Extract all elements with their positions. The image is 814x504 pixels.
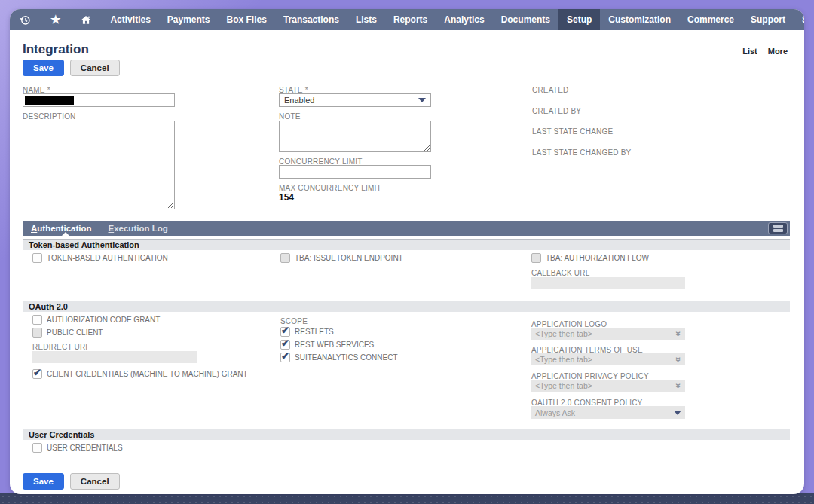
nav-item-lists[interactable]: Lists — [347, 9, 385, 30]
double-chevron-icon: » — [674, 331, 684, 337]
home-icon[interactable] — [70, 9, 102, 30]
checkbox-label: RESTLETS — [295, 328, 334, 336]
user-credentials-checkbox-row[interactable]: USER CREDENTIALS — [32, 443, 123, 453]
checkbox-label: AUTHORIZATION CODE GRANT — [47, 316, 160, 324]
scope-suiteanalytics-connect-checkbox[interactable] — [280, 353, 290, 362]
scope-restlets-checkbox-row[interactable]: RESTLETS — [280, 327, 334, 337]
desktop-bottom-strip — [0, 493, 814, 504]
tab-execution-log[interactable]: Execution Log — [100, 221, 176, 236]
nav-item-activities[interactable]: Activities — [102, 9, 158, 30]
checkbox-label: CLIENT CREDENTIALS (MACHINE TO MACHINE) … — [47, 370, 248, 378]
cancel-button[interactable]: Cancel — [70, 60, 120, 76]
created-label: CREATED — [532, 86, 568, 94]
consent-policy-value: Always Ask — [535, 408, 575, 417]
max-concurrency-limit-label: MAX CONCURRENCY LIMIT — [279, 184, 381, 192]
description-textarea[interactable] — [23, 121, 175, 209]
max-concurrency-limit-value: 154 — [279, 192, 294, 203]
note-label: NOTE — [279, 112, 301, 121]
nav-item-suitesocial[interactable]: SuiteSocial — [794, 9, 804, 30]
redirect-uri-input — [32, 351, 197, 363]
tba-authorization-flow-checkbox-row: TBA: AUTHORIZATION FLOW — [531, 253, 649, 263]
nav-item-reports[interactable]: Reports — [385, 9, 436, 30]
checkbox-label: USER CREDENTIALS — [47, 444, 123, 452]
callback-url-label: CALLBACK URL — [531, 269, 589, 277]
chevron-down-icon — [674, 411, 681, 415]
app-window: ★ Activities Payments Box Files Transact… — [10, 9, 804, 494]
application-logo-combo: <Type then tab> » — [531, 328, 685, 340]
chevron-down-icon — [418, 98, 426, 102]
list-link[interactable]: List — [742, 47, 757, 56]
scope-restlets-checkbox[interactable] — [280, 327, 290, 337]
application-privacy-combo: <Type then tab> » — [531, 380, 685, 392]
last-state-changed-by-label: LAST STATE CHANGED BY — [532, 148, 631, 157]
checkbox-label: TBA: AUTHORIZATION FLOW — [546, 254, 649, 262]
nav-item-documents[interactable]: Documents — [493, 9, 558, 30]
combo-placeholder: <Type then tab> — [535, 329, 592, 338]
public-client-checkbox-row: PUBLIC CLIENT — [32, 328, 103, 338]
double-chevron-icon: » — [674, 383, 684, 389]
scope-rest-web-services-checkbox[interactable] — [280, 340, 290, 350]
nav-item-payments[interactable]: Payments — [159, 9, 219, 30]
nav-item-box-files[interactable]: Box Files — [219, 9, 275, 30]
toggle-bar — [773, 229, 783, 232]
tba-authorization-flow-checkbox — [531, 253, 541, 263]
scope-rest-web-services-checkbox-row[interactable]: REST WEB SERVICES — [280, 340, 374, 350]
tba-issuetoken-endpoint-checkbox-row: TBA: ISSUETOKEN ENDPOINT — [280, 253, 403, 263]
concurrency-limit-input[interactable] — [279, 165, 431, 179]
checkbox-label: PUBLIC CLIENT — [47, 328, 103, 337]
nav-item-support[interactable]: Support — [742, 9, 794, 30]
section-header-token-based-authentication: Token-based Authentication — [23, 239, 790, 250]
client-credentials-grant-checkbox-row[interactable]: CLIENT CREDENTIALS (MACHINE TO MACHINE) … — [32, 369, 248, 379]
bottom-action-bar: Save Cancel — [23, 473, 120, 490]
last-state-change-label: LAST STATE CHANGE — [532, 127, 613, 136]
checkbox-label: TBA: ISSUETOKEN ENDPOINT — [295, 254, 403, 262]
header-links: List More — [742, 47, 788, 56]
consent-policy-select: Always Ask — [531, 406, 685, 419]
page-title: Integration — [23, 42, 89, 57]
public-client-checkbox — [32, 328, 42, 338]
toggle-bar — [773, 225, 783, 228]
double-chevron-icon: » — [674, 357, 684, 362]
user-credentials-checkbox[interactable] — [32, 443, 42, 453]
active-tab-notch — [62, 232, 69, 236]
combo-placeholder: <Type then tab> — [535, 381, 592, 390]
nav-item-customization[interactable]: Customization — [600, 9, 679, 30]
checkbox-label: TOKEN-BASED AUTHENTICATION — [47, 254, 168, 262]
combo-placeholder: <Type then tab> — [535, 355, 592, 364]
note-textarea[interactable] — [279, 121, 431, 152]
nav-item-commerce[interactable]: Commerce — [679, 9, 742, 30]
scope-suiteanalytics-connect-checkbox-row[interactable]: SUITEANALYTICS CONNECT — [280, 353, 398, 362]
subtab-bar: Authentication Execution Log — [23, 221, 790, 236]
authorization-code-grant-checkbox[interactable] — [32, 315, 42, 325]
redirect-uri-label: REDIRECT URI — [32, 343, 87, 351]
nav-item-analytics[interactable]: Analytics — [436, 9, 492, 30]
created-by-label: CREATED BY — [532, 107, 581, 115]
checkbox-label: REST WEB SERVICES — [295, 341, 374, 349]
star-icon[interactable]: ★ — [41, 9, 70, 30]
save-button[interactable]: Save — [23, 60, 64, 76]
nav-item-setup[interactable]: Setup — [558, 9, 600, 30]
collapse-panels-icon[interactable] — [768, 222, 788, 234]
section-header-oauth2: OAuth 2.0 — [23, 301, 790, 312]
checkbox-label: SUITEANALYTICS CONNECT — [295, 353, 398, 362]
top-action-bar: Save Cancel — [23, 60, 120, 76]
main-navbar: ★ Activities Payments Box Files Transact… — [10, 9, 804, 30]
save-button[interactable]: Save — [23, 473, 64, 490]
redacted-name-value — [25, 96, 74, 105]
state-select[interactable]: Enabled — [279, 93, 431, 107]
state-selected-value: Enabled — [284, 96, 314, 105]
more-link[interactable]: More — [768, 47, 788, 56]
cancel-button[interactable]: Cancel — [70, 473, 120, 490]
token-based-authentication-checkbox-row[interactable]: TOKEN-BASED AUTHENTICATION — [32, 253, 168, 263]
description-label: DESCRIPTION — [23, 112, 76, 121]
callback-url-input — [531, 277, 685, 289]
history-icon[interactable] — [10, 9, 41, 30]
application-terms-combo: <Type then tab> » — [531, 353, 685, 365]
section-header-user-credentials: User Credentials — [23, 429, 790, 440]
tba-issuetoken-endpoint-checkbox — [280, 253, 290, 263]
token-based-authentication-checkbox[interactable] — [32, 253, 42, 263]
nav-item-transactions[interactable]: Transactions — [275, 9, 347, 30]
client-credentials-grant-checkbox[interactable] — [32, 369, 42, 379]
authorization-code-grant-checkbox-row[interactable]: AUTHORIZATION CODE GRANT — [32, 315, 160, 325]
